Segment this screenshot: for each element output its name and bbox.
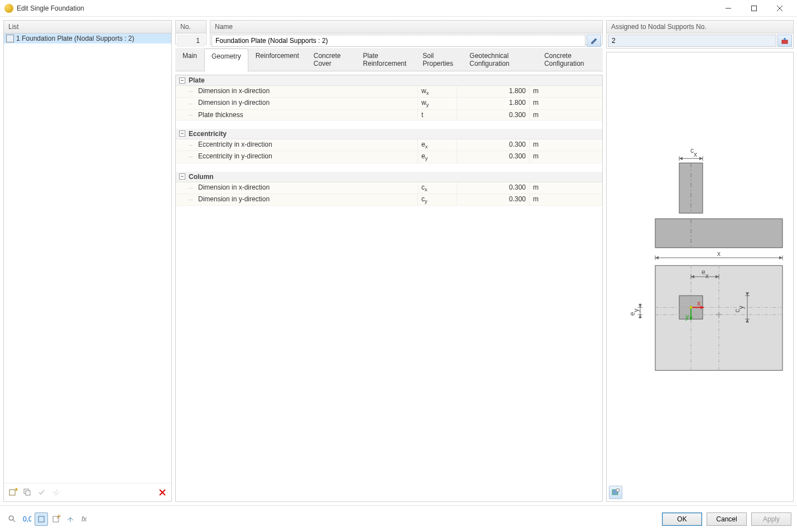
check-all-button — [50, 486, 63, 499]
property-unit: m — [530, 110, 602, 120]
cancel-button[interactable]: Cancel — [707, 512, 747, 526]
property-value[interactable]: 0.300 — [457, 194, 530, 205]
svg-rect-1 — [752, 6, 757, 11]
tab-plate-reinforcement[interactable]: Plate Reinforcement — [356, 48, 415, 71]
maximize-button[interactable] — [741, 0, 767, 17]
tab-geotechnical-config[interactable]: Geotechnical Configuration — [462, 48, 537, 71]
property-symbol: ey — [418, 151, 457, 162]
property-value[interactable]: 0.300 — [457, 110, 530, 120]
svg-text:fx: fx — [81, 515, 87, 523]
minimize-button[interactable] — [716, 0, 741, 17]
svg-line-76 — [13, 520, 15, 522]
svg-text:0,00: 0,00 — [23, 515, 31, 523]
property-unit: m — [530, 86, 602, 97]
no-label: No. — [176, 21, 206, 33]
property-symbol: wy — [418, 98, 457, 109]
svg-rect-10 — [782, 40, 788, 43]
tab-reinforcement[interactable]: Reinforcement — [248, 48, 306, 71]
footer: 0,00 A fx OK Cancel Apply — [0, 505, 797, 532]
name-group: Name — [210, 20, 603, 45]
units-button[interactable]: 0,00 — [20, 512, 33, 526]
property-row[interactable]: Eccentricity in x-directionex0.300m — [176, 139, 602, 151]
tab-concrete-config[interactable]: Concrete Configuration — [537, 48, 603, 71]
svg-text:x: x — [717, 250, 721, 258]
tab-main[interactable]: Main — [175, 48, 204, 71]
apply-button[interactable]: Apply — [751, 512, 791, 526]
view-2-button[interactable]: A — [49, 512, 63, 526]
svg-point-75 — [9, 516, 13, 520]
right-panel: Assigned to Nodal Supports No. cx — [606, 20, 794, 502]
view-1-button[interactable] — [35, 512, 48, 526]
view-3-button[interactable] — [64, 512, 77, 526]
svg-marker-31 — [655, 256, 659, 259]
property-value[interactable]: 0.300 — [457, 139, 530, 151]
svg-point-48 — [690, 306, 692, 308]
ok-button[interactable]: OK — [662, 512, 702, 526]
app-icon — [4, 4, 13, 13]
assigned-input[interactable] — [608, 35, 776, 47]
list-item-label: 1 Foundation Plate (Nodal Supports : 2) — [16, 35, 134, 42]
pick-supports-button[interactable] — [777, 35, 792, 47]
svg-marker-59 — [638, 315, 642, 318]
group-header[interactable]: −Eccentricity — [176, 129, 602, 139]
property-row[interactable]: Dimension in x-directionwx1.800m — [176, 86, 602, 98]
property-row[interactable]: Dimension in y-directioncy0.300m — [176, 194, 602, 206]
preview-settings-button[interactable] — [609, 486, 622, 499]
property-row[interactable]: Dimension in y-directionwy1.800m — [176, 98, 602, 109]
property-value[interactable]: 0.300 — [457, 182, 530, 194]
svg-text:x: x — [697, 299, 700, 307]
no-group: No. 1 — [175, 20, 207, 45]
group-header[interactable]: −Column — [176, 172, 602, 182]
mid-panel: No. 1 Name Main Geometry Reinforcement C… — [175, 20, 603, 502]
new-button[interactable]: ✶ — [6, 486, 20, 499]
collapse-icon: − — [179, 130, 185, 137]
property-label: Eccentricity in y-direction — [176, 151, 418, 162]
property-value[interactable]: 1.800 — [457, 86, 530, 97]
property-label: Dimension in x-direction — [176, 182, 418, 194]
delete-button[interactable] — [156, 486, 169, 499]
svg-rect-7 — [26, 491, 30, 495]
svg-text:y: y — [685, 313, 689, 321]
group-title: Eccentricity — [189, 130, 227, 138]
preview-panel: cx t x — [606, 52, 794, 502]
property-row[interactable]: Plate thicknesst0.300m — [176, 110, 602, 120]
tab-concrete-cover[interactable]: Concrete Cover — [306, 48, 356, 71]
property-unit: m — [530, 151, 602, 162]
property-value[interactable]: 1.800 — [457, 98, 530, 109]
group-title: Plate — [189, 76, 205, 84]
copy-button[interactable] — [21, 486, 34, 499]
fx-button[interactable]: fx — [78, 512, 92, 526]
svg-point-74 — [616, 489, 620, 492]
list-panel: List 1 Foundation Plate (Nodal Supports … — [3, 20, 172, 502]
property-row[interactable]: Dimension in x-directioncx0.300m — [176, 182, 602, 194]
svg-text:cx: cx — [690, 147, 697, 158]
property-row[interactable]: Eccentricity in y-directioney0.300m — [176, 151, 602, 163]
close-button[interactable] — [767, 0, 793, 17]
list-item-icon — [6, 35, 14, 42]
svg-text:y: y — [784, 317, 786, 320]
svg-marker-58 — [638, 304, 642, 307]
tab-soil-properties[interactable]: Soil Properties — [415, 48, 462, 71]
property-symbol: cy — [418, 194, 457, 205]
property-symbol: wx — [418, 86, 457, 97]
property-label: Dimension in x-direction — [176, 86, 418, 97]
window-title: Edit Single Foundation — [17, 4, 716, 12]
property-grid: −PlateDimension in x-directionwx1.800mDi… — [175, 75, 603, 502]
titlebar: Edit Single Foundation — [0, 0, 797, 17]
list-header: List — [4, 21, 171, 33]
list-item[interactable]: 1 Foundation Plate (Nodal Supports : 2) — [4, 33, 171, 43]
svg-rect-78 — [39, 516, 44, 522]
no-value: 1 — [177, 35, 205, 47]
collapse-icon: − — [179, 78, 185, 84]
svg-text:✶: ✶ — [14, 488, 17, 494]
property-unit: m — [530, 98, 602, 109]
group-header[interactable]: −Plate — [176, 75, 602, 86]
edit-name-button[interactable] — [587, 35, 601, 47]
search-button[interactable] — [6, 512, 19, 526]
property-value[interactable]: 0.300 — [457, 151, 530, 162]
list-body: 1 Foundation Plate (Nodal Supports : 2) — [4, 33, 171, 483]
tab-geometry[interactable]: Geometry — [204, 49, 248, 71]
property-unit: m — [530, 139, 602, 151]
property-label: Dimension in y-direction — [176, 98, 418, 109]
name-input[interactable] — [212, 35, 585, 47]
